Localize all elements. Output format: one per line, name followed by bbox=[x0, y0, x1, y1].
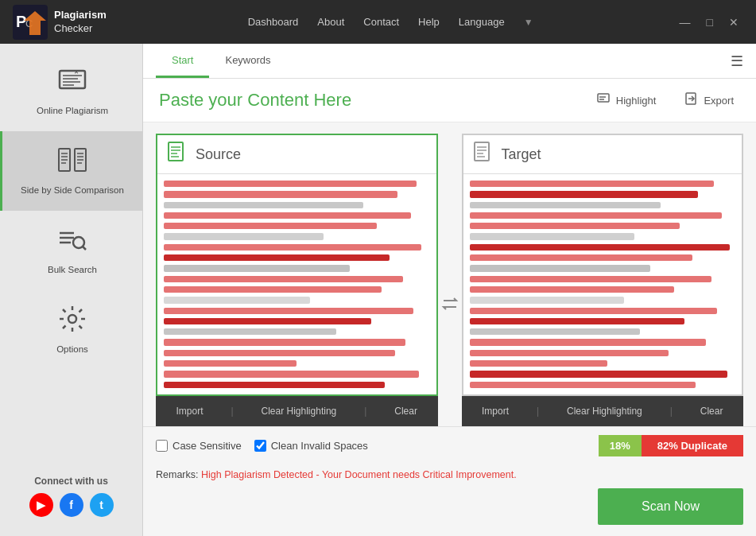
score-unique: 18% bbox=[599, 435, 642, 456]
sidebar-label-online-plagiarism: Online Plagiarism bbox=[37, 105, 108, 117]
minimize-button[interactable]: — bbox=[675, 14, 696, 30]
youtube-icon[interactable]: ▶ bbox=[29, 493, 53, 517]
scan-now-button[interactable]: Scan Now bbox=[598, 488, 743, 525]
sep4: | bbox=[670, 406, 673, 417]
svg-point-23 bbox=[73, 237, 84, 248]
text-line bbox=[164, 297, 310, 303]
text-line bbox=[164, 212, 411, 219]
logo-text: PlagiarismChecker bbox=[54, 9, 107, 36]
nav-links: Dashboard About Contact Help Language ▼ bbox=[248, 16, 533, 28]
source-clear-highlighting-button[interactable]: Clear Highlighting bbox=[255, 404, 343, 418]
source-clear-button[interactable]: Clear bbox=[388, 404, 424, 418]
source-import-button[interactable]: Import bbox=[169, 404, 209, 418]
sidebar-item-side-by-side[interactable]: Side by Side Comparison bbox=[0, 131, 142, 211]
clean-invalid-label: Clean Invalid Spaces bbox=[271, 440, 368, 452]
connect-section: Connect with us ▶ f t bbox=[0, 464, 142, 528]
svg-line-30 bbox=[63, 309, 66, 313]
highlight-label: Highlight bbox=[616, 95, 657, 107]
target-panel-wrapper: Target bbox=[462, 134, 744, 426]
tab-keywords[interactable]: Keywords bbox=[209, 44, 286, 78]
target-clear-highlighting-button[interactable]: Clear Highlighting bbox=[560, 404, 649, 418]
svg-point-25 bbox=[68, 315, 76, 323]
online-plagiarism-icon: ✕ bbox=[58, 66, 87, 100]
text-line bbox=[164, 254, 390, 261]
target-panel: Target bbox=[462, 134, 744, 396]
text-line bbox=[164, 202, 363, 208]
side-by-side-icon bbox=[58, 146, 87, 180]
text-line bbox=[470, 308, 717, 314]
logo-area: P C PlagiarismChecker bbox=[13, 5, 107, 40]
sidebar-item-online-plagiarism[interactable]: ✕ Online Plagiarism bbox=[0, 52, 142, 131]
target-panel-title: Target bbox=[502, 146, 541, 163]
bottom-controls: Case Sensitive Clean Invalid Spaces 18% … bbox=[143, 426, 756, 464]
source-panel: Source bbox=[156, 134, 438, 396]
target-clear-button[interactable]: Clear bbox=[694, 404, 730, 418]
source-panel-body[interactable] bbox=[157, 174, 436, 394]
text-line bbox=[164, 318, 371, 324]
highlight-button[interactable]: Highlight bbox=[591, 88, 663, 112]
text-line bbox=[164, 286, 382, 293]
options-icon bbox=[58, 305, 87, 339]
text-line bbox=[164, 308, 413, 314]
text-line bbox=[470, 318, 685, 324]
source-panel-title: Source bbox=[196, 146, 241, 163]
source-toolbar: Import | Clear Highlighting | Clear bbox=[156, 396, 438, 426]
maximize-button[interactable]: □ bbox=[702, 14, 718, 30]
text-line bbox=[470, 276, 711, 282]
remarks-bar: Remarks: High Plagiarism Detected - Your… bbox=[143, 464, 756, 488]
score-bar: 18% 82% Duplicate bbox=[599, 435, 743, 456]
text-line bbox=[470, 328, 640, 335]
source-icon bbox=[167, 142, 188, 167]
nav-contact[interactable]: Contact bbox=[363, 16, 399, 28]
text-line bbox=[164, 360, 297, 367]
sidebar-item-options[interactable]: Options bbox=[0, 290, 142, 370]
text-line bbox=[470, 371, 727, 377]
text-line bbox=[470, 382, 696, 388]
scan-btn-area: Scan Now bbox=[143, 488, 756, 536]
sidebar-item-bulk-search[interactable]: Bulk Search bbox=[0, 211, 142, 290]
nav-about[interactable]: About bbox=[317, 16, 344, 28]
case-sensitive-checkbox[interactable] bbox=[156, 440, 168, 452]
text-line bbox=[164, 382, 385, 388]
sep2: | bbox=[364, 406, 366, 417]
facebook-icon[interactable]: f bbox=[60, 493, 83, 517]
app-logo: P C bbox=[13, 5, 48, 40]
swap-area[interactable] bbox=[438, 134, 462, 426]
twitter-icon[interactable]: t bbox=[90, 493, 114, 517]
nav-dashboard[interactable]: Dashboard bbox=[248, 16, 299, 28]
case-sensitive-group: Case Sensitive bbox=[156, 440, 242, 452]
nav-help[interactable]: Help bbox=[418, 16, 440, 28]
text-line bbox=[164, 244, 421, 251]
highlight-icon bbox=[597, 91, 611, 109]
sep1: | bbox=[231, 406, 233, 417]
app-layout: ✕ Online Plagiarism bbox=[0, 44, 756, 536]
text-line bbox=[470, 244, 731, 251]
target-text-content[interactable] bbox=[463, 174, 742, 394]
text-line bbox=[470, 286, 675, 293]
hamburger-icon[interactable]: ☰ bbox=[731, 52, 743, 70]
main-content: Start Keywords ☰ Paste your Content Here bbox=[143, 44, 756, 536]
source-panel-wrapper: Source bbox=[156, 134, 438, 426]
target-panel-body[interactable] bbox=[463, 174, 742, 394]
page-actions: Highlight Export bbox=[591, 88, 740, 112]
tab-start[interactable]: Start bbox=[156, 44, 209, 78]
text-line bbox=[470, 339, 707, 345]
svg-rect-44 bbox=[475, 142, 489, 161]
text-line bbox=[470, 233, 634, 239]
remarks-prefix: Remarks: bbox=[156, 469, 198, 480]
sidebar: ✕ Online Plagiarism bbox=[0, 44, 143, 536]
nav-language[interactable]: Language bbox=[459, 16, 505, 28]
text-line bbox=[470, 254, 693, 261]
source-text-content[interactable] bbox=[157, 174, 436, 394]
tabs-bar: Start Keywords ☰ bbox=[143, 44, 756, 79]
close-button[interactable]: ✕ bbox=[724, 14, 743, 30]
remarks-text: High Plagiarism Detected - Your Document… bbox=[201, 469, 517, 480]
sidebar-label-side-by-side: Side by Side Comparison bbox=[21, 184, 124, 196]
text-line bbox=[470, 202, 661, 208]
export-button[interactable]: Export bbox=[678, 88, 740, 112]
clean-invalid-checkbox[interactable] bbox=[254, 440, 266, 452]
text-line bbox=[470, 297, 624, 303]
target-import-button[interactable]: Import bbox=[475, 404, 515, 418]
target-toolbar: Import | Clear Highlighting | Clear bbox=[462, 396, 744, 426]
sidebar-label-bulk-search: Bulk Search bbox=[48, 264, 97, 276]
